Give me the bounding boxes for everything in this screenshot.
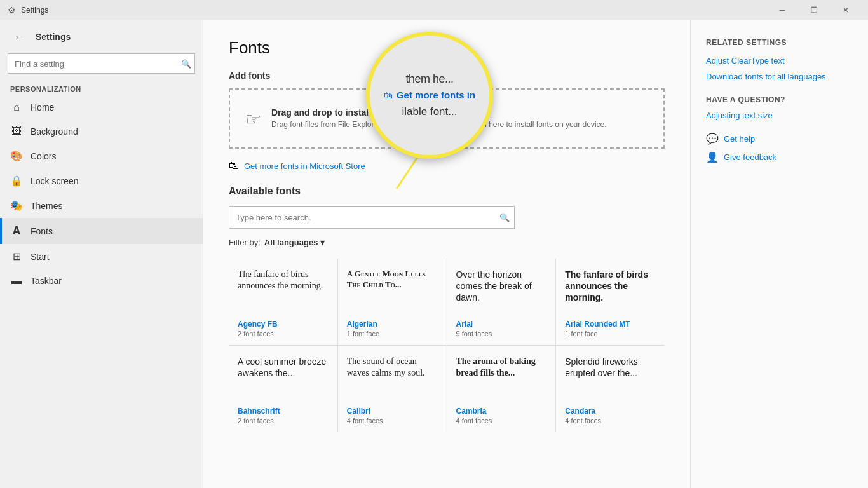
sidebar-item-start-label: Start	[31, 252, 50, 262]
question-link-text-size[interactable]: Adjusting text size	[706, 111, 853, 120]
taskbar-icon: ▬	[10, 275, 23, 287]
sidebar-item-start[interactable]: ⊞ Start	[0, 244, 203, 269]
font-card-bahnschrift[interactable]: A cool summer breeze awakens the... Bahn…	[229, 346, 337, 432]
font-search-wrapper: 🔍	[229, 206, 515, 229]
font-name-candara: Candara	[565, 407, 656, 416]
font-card-arial[interactable]: Over the horizon comes the break of dawn…	[447, 259, 556, 345]
sidebar-item-fonts-label: Fonts	[31, 226, 53, 236]
sidebar-item-home-label: Home	[31, 102, 54, 112]
font-grid: The fanfare of birds announces the morni…	[229, 259, 665, 432]
minimize-button[interactable]: ─	[768, 0, 797, 20]
font-faces-cambria: 4 font faces	[456, 417, 547, 424]
font-faces-bahnschrift: 2 font faces	[238, 417, 329, 424]
right-panel: Related Settings Adjust ClearType text D…	[690, 20, 868, 488]
sidebar-item-themes-label: Themes	[31, 201, 63, 211]
app-icon: ⚙	[8, 5, 16, 15]
font-faces-arial: 9 font faces	[456, 330, 547, 337]
lock-icon: 🔒	[10, 175, 23, 187]
window-controls: ─ ❐ ✕	[768, 0, 860, 20]
font-name-arial-rounded: Arial Rounded MT	[565, 320, 656, 329]
give-feedback-link[interactable]: Give feedback	[724, 152, 776, 162]
magnify-top-text: them he...	[405, 72, 453, 86]
font-preview-calibri: The sound of ocean waves calms my soul.	[347, 356, 438, 400]
sidebar: ← Settings 🔍 Personalization ⌂ Home 🖼 Ba…	[0, 20, 203, 488]
store-link-text[interactable]: Get more fonts in Microsoft Store	[244, 161, 365, 171]
magnify-store-row: 🛍 Get more fonts in	[384, 90, 475, 100]
magnify-store-icon: 🛍	[384, 90, 393, 100]
sidebar-item-colors-label: Colors	[31, 151, 56, 161]
filter-label: Filter by:	[229, 238, 261, 247]
sidebar-item-background[interactable]: 🖼 Background	[0, 119, 203, 144]
font-faces-calibri: 4 font faces	[347, 417, 438, 424]
chevron-down-icon: ▾	[320, 238, 325, 247]
filter-row: Filter by: All languages ▾	[229, 238, 665, 247]
filter-value: All languages	[264, 238, 318, 247]
close-button[interactable]: ✕	[831, 0, 860, 20]
question-title: Have a question?	[706, 95, 853, 104]
font-search-input[interactable]	[229, 206, 515, 229]
colors-icon: 🎨	[10, 150, 23, 162]
font-faces-agency: 2 font faces	[238, 330, 329, 337]
font-name-bahnschrift: Bahnschrift	[238, 407, 329, 416]
font-name-algerian: Algerian	[347, 320, 438, 329]
font-card-cambria[interactable]: The aroma of baking bread fills the... C…	[447, 346, 556, 432]
start-icon: ⊞	[10, 250, 23, 262]
sidebar-item-taskbar-label: Taskbar	[31, 276, 62, 286]
get-help-link[interactable]: Get help	[724, 134, 755, 144]
sidebar-header: ← Settings	[0, 20, 203, 53]
font-name-cambria: Cambria	[456, 407, 547, 416]
app-body: ← Settings 🔍 Personalization ⌂ Home 🖼 Ba…	[0, 20, 868, 488]
store-bag-icon: 🛍	[229, 160, 239, 172]
restore-button[interactable]: ❐	[799, 0, 829, 20]
chat-icon: 💬	[706, 133, 719, 145]
font-faces-algerian: 1 font face	[347, 330, 438, 337]
font-preview-candara: Splendid fireworks erupted over the...	[565, 356, 656, 400]
related-settings-title: Related Settings	[706, 38, 853, 47]
drop-cursor-icon: ☞	[245, 109, 261, 130]
sidebar-app-title: Settings	[36, 32, 71, 42]
font-faces-arial-rounded: 1 font face	[565, 330, 656, 337]
sidebar-item-lock-screen[interactable]: 🔒 Lock screen	[0, 168, 203, 193]
back-button[interactable]: ←	[10, 28, 28, 46]
home-icon: ⌂	[10, 102, 23, 113]
font-preview-bahnschrift: A cool summer breeze awakens the...	[238, 356, 329, 400]
related-link-download-fonts[interactable]: Download fonts for all languages	[706, 72, 853, 81]
title-bar: ⚙ Settings ─ ❐ ✕	[0, 0, 868, 20]
magnify-store-text: Get more fonts in	[397, 90, 475, 100]
font-card-algerian[interactable]: A Gentle Moon Lulls The Child To... Alge…	[338, 259, 447, 345]
main-content: them he... 🛍 Get more fonts in ilable fo…	[203, 20, 690, 488]
font-name-calibri: Calibri	[347, 407, 438, 416]
search-input[interactable]	[8, 53, 195, 74]
font-preview-arial-rounded: The fanfare of birds announces the morni…	[565, 269, 656, 313]
sidebar-item-themes[interactable]: 🎭 Themes	[0, 193, 203, 218]
font-card-arial-rounded[interactable]: The fanfare of birds announces the morni…	[556, 259, 665, 345]
font-card-calibri[interactable]: The sound of ocean waves calms my soul. …	[338, 346, 447, 432]
sidebar-item-fonts[interactable]: A Fonts	[0, 218, 203, 244]
font-preview-agency: The fanfare of birds announces the morni…	[238, 269, 329, 313]
font-preview-algerian: A Gentle Moon Lulls The Child To...	[347, 269, 438, 313]
font-name-arial: Arial	[456, 320, 547, 329]
font-name-agency: Agency FB	[238, 320, 329, 329]
give-feedback-item[interactable]: 👤 Give feedback	[706, 151, 853, 163]
window-title: Settings	[21, 6, 48, 15]
fonts-icon: A	[10, 224, 23, 238]
sidebar-item-colors[interactable]: 🎨 Colors	[0, 144, 203, 168]
font-card-candara[interactable]: Splendid fireworks erupted over the... C…	[556, 346, 665, 432]
get-help-item[interactable]: 💬 Get help	[706, 133, 853, 145]
sidebar-item-taskbar[interactable]: ▬ Taskbar	[0, 269, 203, 293]
font-faces-candara: 4 font faces	[565, 417, 656, 424]
font-card-agency-fb[interactable]: The fanfare of birds announces the morni…	[229, 259, 337, 345]
sidebar-item-home[interactable]: ⌂ Home	[0, 95, 203, 119]
magnify-overlay: them he... 🛍 Get more fonts in ilable fo…	[366, 32, 493, 159]
font-preview-arial: Over the horizon comes the break of dawn…	[456, 269, 547, 313]
font-preview-cambria: The aroma of baking bread fills the...	[456, 356, 547, 400]
background-icon: 🖼	[10, 126, 23, 137]
search-icon-button[interactable]: 🔍	[181, 59, 191, 69]
feedback-icon: 👤	[706, 151, 719, 163]
sidebar-item-background-label: Background	[31, 126, 78, 137]
search-box: 🔍	[8, 53, 195, 74]
font-search-icon: 🔍	[499, 213, 510, 222]
sidebar-section-label: Personalization	[0, 79, 203, 95]
filter-dropdown[interactable]: All languages ▾	[264, 238, 325, 247]
related-link-cleartype[interactable]: Adjust ClearType text	[706, 56, 853, 65]
